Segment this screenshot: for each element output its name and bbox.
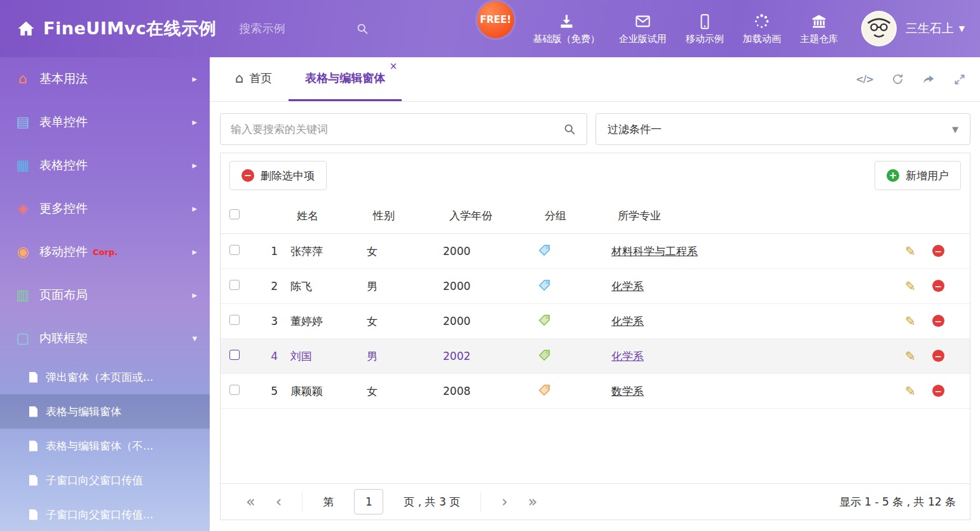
edit-icon[interactable]: ✎ [905,280,916,293]
sidebar-subitem-label: 表格与编辑窗体（不... [46,439,153,453]
column-header-gender[interactable]: 性别 [364,209,440,223]
select-all-checkbox[interactable] [229,209,240,219]
home-small-icon: ⌂ [14,72,32,86]
add-user-label: 新增用户 [906,169,949,183]
row-checkbox[interactable] [229,315,240,325]
keyword-search-input[interactable]: 输入要搜索的关键词 [220,113,587,145]
column-header-major[interactable]: 所学专业 [609,209,900,223]
delete-icon[interactable]: − [932,385,944,397]
column-header-name[interactable]: 姓名 [288,209,364,223]
search-icon[interactable] [356,22,369,36]
edit-icon[interactable]: ✎ [905,385,916,397]
edit-icon[interactable]: ✎ [905,245,916,258]
header-nav-item[interactable]: 基础版（免费） [533,13,600,45]
sidebar-item[interactable]: ▥页面布局▸ [0,273,210,317]
sidebar-subitem[interactable]: 弹出窗体（本页面或... [0,360,210,394]
delete-icon[interactable]: − [932,315,944,327]
header-nav-item[interactable]: 企业版试用 [619,13,667,45]
file-icon [29,475,37,486]
chevron-down-icon: ▾ [192,333,197,344]
sidebar-item-label: 更多控件 [39,200,88,217]
filter-dropdown[interactable]: 过滤条件一 ▼ [595,113,970,145]
header-search[interactable]: 搜索示例 [239,21,369,36]
tab-label: 表格与编辑窗体 [305,71,385,86]
sidebar-subitem-label: 子窗口向父窗口传值... [46,507,153,522]
header-search-placeholder: 搜索示例 [239,21,285,36]
sidebar-item[interactable]: ▤表单控件▸ [0,100,210,144]
major-link[interactable]: 数学系 [611,385,644,397]
file-icon [29,372,37,383]
major-link[interactable]: 化学系 [611,280,644,293]
share-icon[interactable] [922,72,936,86]
row-checkbox[interactable] [229,350,240,360]
refresh-icon[interactable] [891,72,904,86]
delete-selected-label: 删除选中项 [261,169,315,183]
row-gender: 男 [364,349,440,364]
sidebar-item-label: 表格控件 [39,157,88,174]
corp-badge: Corp. [93,247,118,257]
mail-icon [634,13,651,30]
last-page-icon[interactable]: » [528,494,538,509]
header-nav-item[interactable]: 主题仓库 [800,13,838,45]
avatar[interactable] [861,11,897,46]
row-checkbox[interactable] [229,280,240,290]
edit-icon[interactable]: ✎ [905,350,916,362]
sidebar-item[interactable]: ◈更多控件▸ [0,187,210,230]
page-number-input[interactable]: 1 [354,489,383,514]
sidebar-subitem[interactable]: 表格与编辑窗体（不... [0,429,210,463]
sidebar-subitem[interactable]: 子窗口向父窗口传值... [0,497,210,531]
page-suffix: 页 , 共 3 页 [404,495,460,509]
search-icon[interactable] [563,123,576,136]
row-name: 张萍萍 [288,244,364,259]
table-row[interactable]: 1张萍萍女2000材料科学与工程系✎− [221,234,970,269]
column-header-group[interactable]: 分组 [536,209,609,223]
table-row[interactable]: 5康颖颖女2008数学系✎− [221,374,970,409]
table-row[interactable]: 3董婷婷女2000化学系✎− [221,304,970,339]
header-nav: 基础版（免费）企业版试用移动示例加载动画主题仓库 [533,13,838,45]
next-page-icon[interactable]: › [501,494,508,509]
form-icon: ▤ [14,115,32,129]
major-link[interactable]: 材料科学与工程系 [611,245,698,258]
close-icon[interactable]: × [390,62,398,71]
table-row[interactable]: 2陈飞男2000化学系✎− [221,269,970,304]
column-header-year[interactable]: 入学年份 [440,209,536,223]
tab-grid-edit-window[interactable]: 表格与编辑窗体 × [289,57,402,101]
edit-icon[interactable]: ✎ [905,315,916,328]
code-icon[interactable]: </> [855,74,873,85]
user-name: 三生石上 [906,20,954,37]
sidebar-item[interactable]: ▦表格控件▸ [0,144,210,187]
header-nav-label: 企业版试用 [619,33,667,45]
delete-icon[interactable]: − [932,245,944,257]
user-menu[interactable]: 三生石上 ▼ [906,20,965,37]
divider [302,492,303,511]
first-page-icon[interactable]: « [246,494,255,509]
prev-page-icon[interactable]: ‹ [276,494,282,509]
major-link[interactable]: 化学系 [611,350,644,362]
delete-icon[interactable]: − [932,350,944,362]
row-checkbox[interactable] [229,385,240,395]
header-nav-item[interactable]: 移动示例 [686,13,724,45]
file-icon [29,509,37,520]
sidebar-subitem-label: 表格与编辑窗体 [46,404,121,419]
sidebar-item[interactable]: ⌂基本用法▸ [0,57,210,100]
header-nav-item[interactable]: 加载动画 [743,13,781,45]
delete-icon[interactable]: − [932,280,944,292]
major-link[interactable]: 化学系 [611,315,644,328]
chevron-right-icon: ▸ [192,160,197,171]
tab-home[interactable]: ⌂ 首页 [219,57,289,101]
table-row[interactable]: 4刘国男2002化学系✎− [221,339,970,374]
sidebar-subitem[interactable]: 子窗口向父窗口传值 [0,463,210,497]
sidebar-item[interactable]: ▢内联框架▾ [0,317,210,360]
expand-icon[interactable] [953,73,966,86]
pagination: « ‹ 第 1 页 , 共 3 页 › » 显示 1 - 5 条 , 共 12 … [221,483,970,520]
header: FineUIMvc在线示例 搜索示例 FREE! 基础版（免费）企业版试用移动示… [0,0,980,57]
row-checkbox[interactable] [229,245,240,255]
add-user-button[interactable]: + 新增用户 [875,161,961,190]
delete-selected-button[interactable]: − 删除选中项 [229,161,327,190]
home-icon[interactable] [17,19,36,38]
sidebar-item[interactable]: ◉移动控件Corp.▸ [0,230,210,273]
row-index: 1 [250,245,288,258]
sidebar-subitem[interactable]: 表格与编辑窗体 [0,394,210,429]
bank-icon [810,13,827,30]
sidebar-item-label: 表单控件 [39,114,88,130]
